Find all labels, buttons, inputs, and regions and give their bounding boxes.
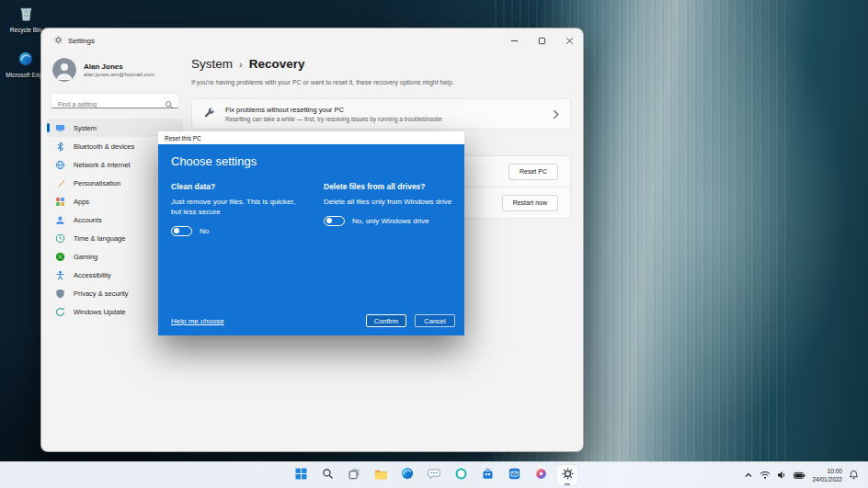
clean-data-title: Clean data? [171,182,302,191]
search-box [51,93,179,108]
xbox-icon [55,252,65,262]
task-view-button[interactable] [343,464,365,486]
sidebar-item-label: Network & internet [74,161,131,169]
sidebar-item-label: Time & language [74,234,125,243]
delete-drives-toggle-label: No, only Windows drive [352,217,429,225]
maximize-button[interactable] [528,28,555,52]
start-button[interactable] [290,464,312,486]
sidebar-item-label: Windows Update [74,308,126,316]
sidebar-item-label: Personalisation [74,179,120,187]
clean-data-toggle-label: No [200,227,209,235]
delete-drives-section: Delete files from all drives? Delete all… [324,182,455,236]
restart-now-button[interactable]: Restart now [502,195,558,211]
dialog-heading: Choose settings [171,154,257,168]
help-me-choose-link[interactable]: Help me choose [171,317,224,325]
fix-card-title: Fix problems without resetting your PC [225,106,442,114]
minimize-button[interactable] [500,28,528,52]
globe-icon [55,160,65,170]
profile-name: Alan Jones [84,62,154,71]
clean-data-toggle[interactable]: No [171,226,302,236]
tray-date: 24/01/2022 [812,475,842,483]
search-input[interactable] [51,97,178,111]
delete-drives-toggle[interactable]: No, only Windows drive [324,216,455,226]
notification-bell-icon[interactable] [849,467,859,483]
window-title: Settings [68,37,95,45]
troubleshoot-icon [203,106,215,122]
page-title: Recovery [249,57,305,71]
reset-pc-button[interactable]: Reset PC [508,164,558,180]
chat-button[interactable] [423,464,445,486]
teams-button[interactable] [450,464,472,486]
toggle-switch-off-icon[interactable] [324,216,345,226]
clock-icon [55,233,65,244]
breadcrumb-separator: › [239,58,243,70]
accessibility-person-icon [55,270,65,280]
edge-button[interactable] [396,464,418,486]
paintbrush-icon [55,178,65,188]
dialog-titlebar: Reset this PC [158,131,464,144]
dialog-body: Choose settings Clean data? Just remove … [158,144,464,335]
fix-problems-card[interactable]: Fix problems without resetting your PC R… [191,98,571,130]
clock[interactable]: 10:00 24/01/2022 [812,467,842,484]
breadcrumb-system[interactable]: System [191,57,233,71]
folder-icon [374,467,388,483]
breadcrumb: System › Recovery [191,57,571,71]
desktop-icon-label: Recycle Bin [10,27,41,34]
fix-card-description: Resetting can take a while — first, try … [225,116,442,122]
settings-app-icon [54,36,63,46]
store-button[interactable] [476,464,498,486]
desktop: Recycle Bin Microsoft Edge Settings [0,0,868,488]
task-view-icon [348,467,360,483]
sidebar-item-label: Privacy & security [74,289,129,298]
avatar [52,58,76,82]
person-icon [55,215,65,225]
confirm-button[interactable]: Confirm [366,314,406,327]
windows-logo-icon [295,467,307,483]
battery-icon[interactable] [794,467,805,483]
sidebar-item-label: Bluetooth & devices [74,142,134,151]
photos-icon [535,467,547,483]
file-explorer-button[interactable] [370,464,392,486]
toggle-switch-off-icon[interactable] [171,226,192,236]
search-icon [322,467,334,483]
sidebar-item-label: Gaming [74,253,97,261]
sidebar-item-label: Accounts [74,216,102,224]
sidebar-item-label: System [74,124,97,132]
sync-icon [55,307,65,317]
page-subtitle: If you're having problems with your PC o… [191,79,571,85]
settings-taskbar-button[interactable] [556,464,578,486]
cancel-button[interactable]: Cancel [415,314,455,327]
apps-grid-icon [55,197,65,207]
edge-icon [18,51,33,70]
edge-icon [401,467,414,483]
window-titlebar: Settings [41,28,583,52]
bluetooth-icon [55,142,65,152]
clean-data-description: Just remove your files. This is quicker,… [171,198,302,218]
delete-drives-description: Delete all files only from Windows drive [324,198,455,208]
sidebar-item-label: Accessibility [74,271,111,279]
user-profile[interactable]: Alan Jones alan.jones.wm@hotmail.com [41,51,188,93]
volume-icon[interactable] [777,467,787,483]
recycle-bin-icon [18,6,34,25]
search-icon [165,96,174,113]
taskbar: 10:00 24/01/2022 [0,461,868,488]
delete-drives-title: Delete files from all drives? [324,182,455,191]
shield-icon [55,289,65,299]
profile-email: alan.jones.wm@hotmail.com [84,72,154,77]
wifi-icon[interactable] [760,467,771,483]
mail-icon [508,467,520,483]
mail-button[interactable] [503,464,525,486]
gear-icon [562,467,574,483]
tray-chevron-up-icon[interactable] [744,467,753,483]
taskbar-search-button[interactable] [316,464,338,486]
reset-pc-dialog: Reset this PC Choose settings Clean data… [158,131,464,335]
chat-bubble-icon [428,467,440,483]
sidebar-item-label: Apps [74,198,89,206]
teal-ring-icon [455,467,467,483]
chevron-right-icon [553,109,559,119]
close-button[interactable] [555,28,583,52]
photos-button[interactable] [530,464,552,486]
store-bag-icon [482,467,494,483]
dialog-title: Reset this PC [165,135,201,142]
system-tray: 10:00 24/01/2022 [737,462,865,488]
